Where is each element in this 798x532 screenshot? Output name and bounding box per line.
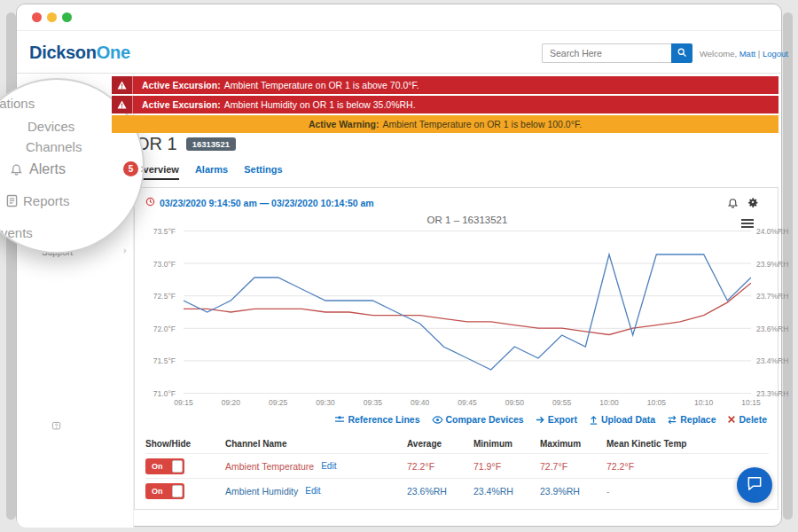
delete-button[interactable]: Delete xyxy=(727,414,767,425)
reference-lines-button[interactable]: Reference Lines xyxy=(334,414,419,425)
app-header: DicksonOne Welcome, Matt | Logout xyxy=(17,31,781,74)
table-header-row: Show/Hide Channel Name Average Minimum M… xyxy=(145,434,769,453)
bell-icon xyxy=(10,162,23,179)
tab-alarms[interactable]: Alarms xyxy=(195,164,228,180)
table-row-temperature: On Ambient Temperature Edit 72.2°F 71.9°… xyxy=(145,453,769,478)
date-range-label: 03/23/2020 9:14:50 am — 03/23/2020 10:14… xyxy=(160,198,374,208)
mkt-value: - xyxy=(606,486,713,497)
axis-tick-label: 09:35 xyxy=(364,398,382,407)
axis-tick-label: 23.9%RH xyxy=(756,260,788,269)
axis-tick-label: 09:55 xyxy=(552,398,571,407)
toggle-label: On xyxy=(152,462,163,471)
axis-tick-label: 72.0°F xyxy=(153,325,176,333)
axis-tick-label: 09:40 xyxy=(411,398,429,407)
chat-support-button[interactable] xyxy=(737,467,772,503)
magnified-locations[interactable]: Locations xyxy=(0,96,35,111)
logout-link[interactable]: Logout xyxy=(763,49,788,59)
brand-primary: Dickson xyxy=(29,43,97,62)
edit-link[interactable]: Edit xyxy=(321,461,336,471)
axis-tick-label: 09:50 xyxy=(505,398,524,407)
mkt-value: 72.2°F xyxy=(606,461,713,472)
user-menu: Welcome, Matt | Logout xyxy=(700,49,788,59)
channel-name: Ambient Temperature xyxy=(225,461,314,472)
magnified-channels[interactable]: Channels xyxy=(26,139,82,154)
humidity-toggle[interactable]: On xyxy=(145,483,184,499)
magnified-alerts[interactable]: Alerts xyxy=(29,161,66,177)
alert-banner-excursion-2[interactable]: Active Excursion:Ambient Humidity on OR … xyxy=(112,96,778,113)
date-range-link[interactable]: 03/23/2020 9:14:50 am — 03/23/2020 10:14… xyxy=(145,197,374,208)
toggle-label: On xyxy=(152,487,163,496)
axis-tick-label: 10:15 xyxy=(741,398,760,407)
chart-menu-icon[interactable] xyxy=(741,217,754,230)
replace-button[interactable]: Replace xyxy=(667,414,716,425)
search-button[interactable] xyxy=(671,43,692,63)
axis-tick-label: 09:30 xyxy=(316,398,334,407)
axis-tick-label: 23.4%RH xyxy=(756,356,788,365)
chevron-right-icon: › xyxy=(140,160,145,176)
temperature-toggle[interactable]: On xyxy=(145,458,184,474)
warning-triangle-icon xyxy=(112,96,133,113)
upload-data-button[interactable]: Upload Data xyxy=(589,414,655,425)
tab-settings[interactable]: Settings xyxy=(244,164,282,180)
channels-table: Show/Hide Channel Name Average Minimum M… xyxy=(145,434,769,503)
maximum-value: 72.7°F xyxy=(540,461,606,472)
axis-tick-label: 09:25 xyxy=(269,398,287,407)
report-icon xyxy=(6,194,18,211)
maximum-value: 23.9%RH xyxy=(540,486,606,497)
banner-text: Active Warning:Ambient Temperature on OR… xyxy=(309,119,582,129)
window-close-button[interactable] xyxy=(32,12,42,22)
axis-tick-label: 10:00 xyxy=(599,398,618,407)
axis-tick-label: 09:45 xyxy=(458,398,476,407)
edit-link[interactable]: Edit xyxy=(305,486,320,496)
browser-window: DicksonOne Welcome, Matt | Logout Overvi… xyxy=(16,4,782,527)
chevron-right-icon xyxy=(123,246,126,255)
axis-tick-label: 73.5°F xyxy=(153,227,176,236)
x-axis: 09:1509:2009:2509:3009:3509:4009:4509:50… xyxy=(184,398,751,409)
user-separator: | xyxy=(758,49,760,59)
brand-secondary: One xyxy=(97,43,130,62)
chart-toolbar: Reference Lines Compare Devices Export U… xyxy=(334,414,767,425)
alert-banner-warning[interactable]: Active Warning:Ambient Temperature on OR… xyxy=(112,115,778,133)
user-link[interactable]: Matt xyxy=(739,49,755,59)
axis-tick-label: 10:05 xyxy=(647,398,666,407)
search-icon xyxy=(677,45,687,61)
axis-tick-label: 73.0°F xyxy=(153,260,176,269)
export-button[interactable]: Export xyxy=(536,414,577,425)
warning-triangle-icon xyxy=(112,76,133,94)
series-ambient-humidity xyxy=(184,254,751,370)
axis-tick-label: 71.0°F xyxy=(153,389,176,398)
window-zoom-button[interactable] xyxy=(62,12,72,22)
upload-icon xyxy=(589,415,598,425)
magnified-reports[interactable]: Reports xyxy=(23,193,70,208)
device-id-badge: 16313521 xyxy=(186,137,236,151)
y-axis-right: 24.0%RH23.9%RH23.7%RH23.6%RH23.4%RH23.3%… xyxy=(753,231,798,394)
settings-gear-icon[interactable] xyxy=(747,196,759,212)
eye-icon xyxy=(432,416,443,424)
chat-bubble-icon xyxy=(746,474,763,496)
welcome-label: Welcome, xyxy=(700,49,737,59)
notifications-bell-icon[interactable] xyxy=(727,196,739,212)
page-title-row: OR 1 16313521 xyxy=(136,134,236,154)
alert-banner-excursion-1[interactable]: Active Excursion:Ambient Temperature on … xyxy=(112,76,778,94)
magnified-devices[interactable]: Devices xyxy=(27,119,74,134)
chart-plot-svg xyxy=(184,231,751,394)
axis-tick-label: 23.7%RH xyxy=(756,292,788,301)
axis-tick-label: 72.5°F xyxy=(153,292,176,301)
search-input[interactable] xyxy=(542,43,671,63)
axis-tick-label: 23.3%RH xyxy=(756,389,788,398)
export-arrow-icon xyxy=(536,415,545,425)
delete-x-icon xyxy=(727,415,736,424)
axis-tick-label: 71.5°F xyxy=(153,356,176,365)
device-chart-card: 03/23/2020 9:14:50 am — 03/23/2020 10:14… xyxy=(134,187,778,510)
compare-devices-button[interactable]: Compare Devices xyxy=(432,414,524,425)
channel-name: Ambient Humidity xyxy=(225,486,298,497)
average-value: 72.2°F xyxy=(407,461,473,472)
magnified-events[interactable]: Events xyxy=(0,225,33,240)
table-row-humidity: On Ambient Humidity Edit 23.6%RH 23.4%RH… xyxy=(145,478,769,503)
reference-lines-icon xyxy=(334,415,345,424)
brand-logo[interactable]: DicksonOne xyxy=(29,43,130,63)
window-titlebar xyxy=(17,4,781,31)
support-icon xyxy=(51,421,61,433)
window-minimize-button[interactable] xyxy=(47,12,57,22)
series-ambient-temperature xyxy=(184,283,751,334)
